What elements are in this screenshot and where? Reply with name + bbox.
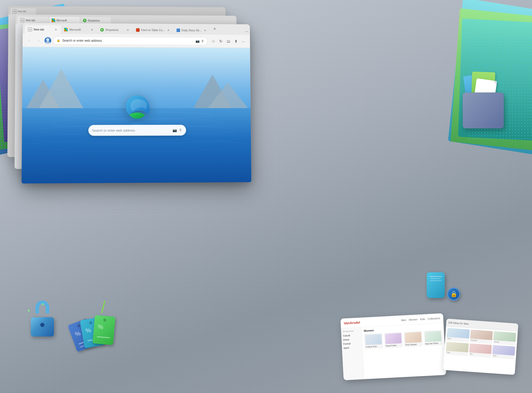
daily-favicon (177, 29, 180, 32)
tab-shopisima-close[interactable]: ✕ (126, 28, 130, 32)
tab-microsoft-close[interactable]: ✕ (90, 28, 94, 32)
price-symbol-1: % (74, 330, 82, 338)
camera-search-icon[interactable]: 📷 (173, 128, 177, 132)
product-name-4: New the Phlox (425, 342, 442, 345)
browser-search-container: Search or enter web address 📷 🎙 (88, 125, 186, 136)
sc2-item-2[interactable]: Sweater (470, 330, 493, 344)
price-tag-hole-2 (89, 321, 92, 325)
url-icons: 📷 🎙 (195, 39, 204, 43)
camera-icon[interactable]: 📷 (195, 39, 200, 43)
product-image-2 (385, 333, 402, 344)
product-card-4[interactable]: New the Phlox (423, 330, 443, 346)
product-name-3: Print Striped (405, 343, 422, 346)
vanarsdel-logo: VanArsdel (344, 321, 360, 325)
tab-new-label: New tab (34, 28, 52, 31)
tab-farm[interactable]: Farm to Table Co... ✕ (133, 26, 174, 34)
address-bar: ‹ › 🔒 Search or enter web address 📷 🎙 ☆ … (23, 34, 250, 48)
collections-button[interactable]: 🗂 (225, 38, 232, 45)
share-button[interactable]: ⬆ (232, 38, 240, 45)
nav-kids[interactable]: Kids (420, 317, 425, 321)
tab-farm-label: Farm to Table Co... (141, 29, 165, 32)
price-tag-hole-3 (103, 319, 107, 322)
product-card-2[interactable]: Floral Polka (384, 332, 403, 348)
back-button[interactable]: ‹ (26, 37, 33, 44)
new-tab-calendar-icon: 15 (28, 27, 32, 31)
toolbar-icons: ☆ ↻ 🗂 ⬆ ··· (210, 38, 247, 45)
sc2-item-1[interactable]: Shirt (446, 328, 470, 342)
url-bar[interactable]: 🔒 Search or enter web address 📷 🎙 (53, 36, 208, 45)
browser-window: 15 New tab ✕ Microsoft ✕ S Shopisima ✕ F… (22, 23, 251, 183)
tab-new-close[interactable]: ✕ (54, 27, 58, 32)
browser-search-bar[interactable]: Search or enter web address 📷 🎙 (88, 125, 186, 136)
tab-farm-close[interactable]: ✕ (166, 28, 170, 32)
tab-daily-story[interactable]: Daily Story Str... ✕ (174, 26, 210, 35)
svg-point-0 (46, 38, 49, 41)
sc2-item-3[interactable]: Jacket (493, 331, 516, 345)
product-card-1[interactable]: V-Neck Polo (364, 333, 383, 349)
price-symbol-2: % (85, 326, 92, 334)
favorites-button[interactable]: ☆ (210, 38, 217, 45)
phone-line-2 (431, 278, 441, 279)
product-image-1 (365, 334, 382, 345)
new-tab-button[interactable]: + (211, 25, 218, 33)
refresh-button[interactable]: ↻ (217, 38, 224, 45)
page-corner (493, 81, 497, 85)
lock-sparkle-1: ✦ (27, 308, 30, 313)
lock-keyhole (40, 323, 44, 327)
sidebar-item-4[interactable]: Sport (344, 345, 361, 350)
tab-bar: 15 New tab ✕ Microsoft ✕ S Shopisima ✕ F… (23, 23, 250, 35)
tab-daily-story-label: Daily Story Str... (182, 29, 202, 32)
edge-logo (125, 94, 150, 120)
product-name-2: Floral Polka (385, 344, 402, 347)
sc2-body: Shirt Sweater Jacket Polo Tee Vest (444, 326, 518, 361)
shopping-card-vanarsdel: VanArsdel Men Women Kids Collections Acc… (340, 313, 446, 380)
sc2-img-4 (446, 342, 469, 352)
ms-favicon (64, 28, 68, 31)
shop-favicon: S (100, 28, 104, 32)
product-name-1: V-Neck Polo (366, 345, 382, 348)
microphone-icon[interactable]: 🎙 (201, 39, 204, 43)
sc2-img-1 (447, 328, 470, 339)
behind-deep-tab-new: 15 New tab (11, 8, 36, 15)
behind-tab-new: 15 New tab (18, 16, 49, 24)
sc2-img-5 (469, 343, 492, 354)
profile-avatar[interactable] (44, 37, 51, 44)
price-tag-hole-1 (77, 324, 81, 328)
behind-tab-ms-label: Microsoft (56, 19, 67, 22)
shopping-main: Women V-Neck Polo Floral Polka Print Str… (362, 323, 446, 379)
behind-tab-shop: S Shopisima (80, 17, 111, 24)
nav-collections[interactable]: Collections (428, 317, 440, 320)
shopping-sidebar: Accessories Casual Dress Formal Sport (341, 327, 364, 380)
tab-shopisima[interactable]: S Shopisima ✕ (97, 25, 133, 34)
tab-microsoft-label: Microsoft (69, 28, 88, 31)
url-lock-icon: 🔒 (56, 39, 60, 42)
sc2-img-3 (493, 331, 516, 342)
sc2-item-5[interactable]: Tee (469, 343, 492, 358)
shopping-card-2: Gift Ideas for Men Shirt Sweater Jacket … (443, 319, 518, 375)
farm-favicon (136, 28, 140, 32)
lock-sparkle-2: ✦ (41, 302, 44, 307)
product-card-3[interactable]: Print Striped (404, 331, 423, 347)
tab-new[interactable]: 15 New tab ✕ (25, 25, 61, 34)
sc2-img-2 (470, 330, 493, 340)
sc2-item-6[interactable]: Vest (492, 345, 515, 359)
tab-microsoft[interactable]: Microsoft ✕ (61, 25, 97, 34)
nav-men[interactable]: Men (401, 319, 406, 322)
behind-shop-favicon: S (83, 19, 87, 22)
tab-daily-story-close[interactable]: ✕ (203, 28, 207, 32)
nav-women[interactable]: Women (409, 318, 418, 321)
phone-line-3 (430, 280, 442, 281)
phone-line-1 (429, 276, 442, 277)
phone-lock-badge: 🔒 (447, 288, 460, 301)
browser-search-placeholder: Search or enter web address (92, 128, 170, 132)
behind-tab-shop-label: Shopisima (88, 19, 100, 22)
sc2-item-4[interactable]: Polo (446, 342, 469, 356)
forward-button[interactable]: › (35, 37, 42, 44)
browser-content: Search or enter web address 📷 🎙 (22, 47, 251, 183)
more-tabs-button[interactable]: ··· (245, 29, 248, 34)
shopping-nav: Men Women Kids Collections (401, 317, 440, 322)
mic-search-icon[interactable]: 🎙 (179, 128, 183, 132)
phone-lock-icon: 🔒 (424, 267, 460, 303)
browser-more-button[interactable]: ··· (240, 38, 247, 45)
organizer-box (463, 92, 504, 128)
